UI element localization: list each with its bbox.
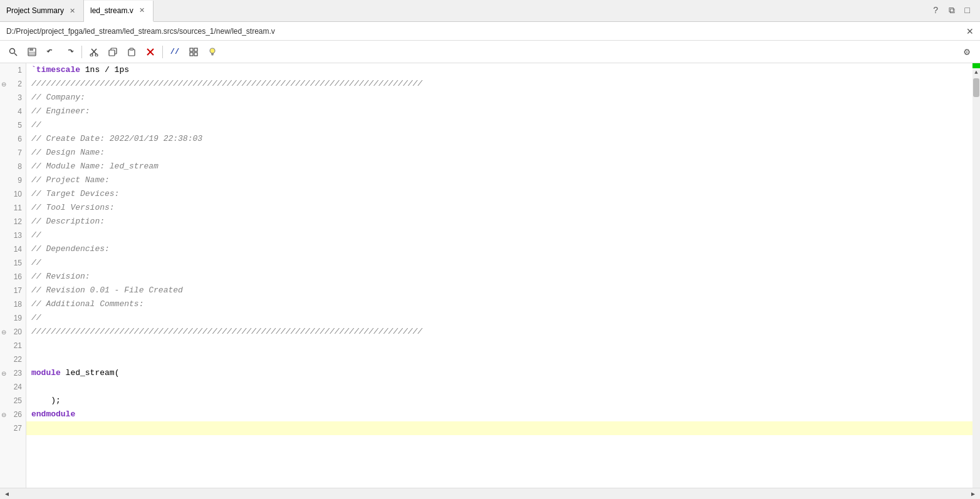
fold-icon-20[interactable]: ⊖ — [1, 329, 6, 336]
code-line-5[interactable]: // — [26, 118, 980, 132]
svg-rect-17 — [190, 53, 193, 56]
tab-project-summary[interactable]: Project Summary ✕ — [0, 0, 84, 21]
restore-icon[interactable]: ⧉ — [946, 4, 957, 17]
svg-point-19 — [210, 48, 215, 53]
filepath-text: D:/Project/project_fpga/led_stream/led_s… — [6, 27, 275, 36]
redo-icon — [65, 48, 74, 56]
hscroll-left-arrow[interactable]: ◀ — [3, 490, 11, 498]
undo-icon — [46, 48, 55, 56]
vscroll-green-indicator — [972, 63, 980, 68]
comment-button[interactable]: // — [167, 44, 183, 60]
cut-icon — [90, 48, 98, 56]
undo-button[interactable] — [43, 44, 59, 60]
maximize-icon[interactable]: □ — [962, 4, 972, 17]
code-line-15[interactable]: // — [26, 256, 980, 270]
code-line-23[interactable]: module led_stream( — [26, 366, 980, 380]
code-line-22[interactable] — [26, 352, 980, 366]
code-line-14[interactable]: // Dependencies: — [26, 242, 980, 256]
code-line-11[interactable]: // Tool Versions: — [26, 201, 980, 215]
save-button[interactable] — [24, 44, 40, 60]
code-line-21[interactable] — [26, 339, 980, 352]
svg-rect-4 — [29, 52, 35, 55]
code-line-12[interactable]: // Description: — [26, 215, 980, 229]
paste-icon — [127, 48, 136, 56]
filepath-close-icon[interactable]: ✕ — [966, 26, 974, 36]
svg-rect-12 — [130, 48, 133, 50]
delete-icon — [146, 48, 155, 56]
paste-button[interactable] — [123, 44, 140, 60]
line-num-13: 13 — [0, 229, 26, 242]
search-icon — [9, 48, 18, 56]
vscroll-up-arrow[interactable]: ▲ — [973, 68, 979, 77]
code-line-17[interactable]: // Revision 0.01 - File Created — [26, 284, 980, 297]
code-line-25[interactable]: ); — [26, 394, 980, 408]
vscroll-thumb[interactable] — [973, 78, 979, 97]
copy-icon — [108, 48, 117, 56]
editor-area: 1⊖2345678910111213141516171819⊖202122⊖23… — [0, 63, 980, 488]
line-num-2: ⊖2 — [0, 77, 26, 91]
code-line-19[interactable]: // — [26, 311, 980, 325]
line-num-20: ⊖20 — [0, 325, 26, 339]
line-num-22: 22 — [0, 352, 26, 366]
line-num-10: 10 — [0, 187, 26, 201]
code-line-9[interactable]: // Project Name: — [26, 173, 980, 187]
code-line-8[interactable]: // Module Name: led_stream — [26, 160, 980, 173]
svg-line-1 — [14, 53, 17, 56]
block-comment-button[interactable] — [185, 44, 202, 60]
filepath-bar: D:/Project/project_fpga/led_stream/led_s… — [0, 22, 980, 41]
line-num-8: 8 — [0, 160, 26, 173]
svg-rect-18 — [194, 53, 197, 56]
line-num-16: 16 — [0, 270, 26, 284]
line-num-23: ⊖23 — [0, 366, 26, 380]
svg-point-7 — [90, 54, 93, 56]
code-line-20[interactable]: ////////////////////////////////////////… — [26, 325, 980, 339]
code-line-4[interactable]: // Engineer: — [26, 105, 980, 118]
toolbar: // ⚙ — [0, 41, 980, 63]
hscroll-bar[interactable]: ◀ ▶ — [0, 488, 980, 499]
delete-button[interactable] — [142, 44, 159, 60]
code-line-27[interactable] — [26, 421, 980, 435]
code-line-26[interactable]: endmodule — [26, 408, 980, 421]
code-line-18[interactable]: // Additional Comments: — [26, 297, 980, 311]
hscroll-right-arrow[interactable]: ▶ — [969, 490, 977, 498]
search-button[interactable] — [5, 44, 21, 60]
line-num-14: 14 — [0, 242, 26, 256]
code-line-2[interactable]: ////////////////////////////////////////… — [26, 77, 980, 91]
code-line-3[interactable]: // Company: — [26, 91, 980, 105]
bulb-button[interactable] — [204, 44, 221, 60]
fold-icon-2[interactable]: ⊖ — [1, 81, 6, 88]
line-num-17: 17 — [0, 284, 26, 297]
svg-point-8 — [95, 54, 98, 56]
tab-led-stream[interactable]: led_stream.v ✕ — [84, 1, 154, 22]
redo-button[interactable] — [61, 44, 78, 60]
fold-icon-23[interactable]: ⊖ — [1, 370, 6, 377]
svg-rect-16 — [194, 48, 197, 51]
tab-bar: Project Summary ✕ led_stream.v ✕ ? ⧉ □ — [0, 0, 980, 22]
window-controls: ? ⧉ □ — [930, 4, 980, 17]
cut-button[interactable] — [86, 44, 102, 60]
code-line-24[interactable] — [26, 380, 980, 394]
code-line-6[interactable]: // Create Date: 2022/01/19 22:38:03 — [26, 132, 980, 146]
code-line-7[interactable]: // Design Name: — [26, 146, 980, 160]
copy-button[interactable] — [105, 44, 121, 60]
save-icon — [28, 48, 36, 56]
line-num-1: 1 — [0, 63, 26, 77]
line-num-18: 18 — [0, 297, 26, 311]
separator-1 — [81, 46, 82, 58]
code-content[interactable]: `timescale 1ns / 1ps////////////////////… — [26, 63, 980, 488]
gear-button[interactable]: ⚙ — [959, 44, 975, 60]
vscroll[interactable]: ▲ — [972, 63, 980, 488]
code-line-13[interactable]: // — [26, 229, 980, 242]
code-line-10[interactable]: // Target Devices: — [26, 187, 980, 201]
line-num-27: 27 — [0, 421, 26, 435]
code-line-16[interactable]: // Revision: — [26, 270, 980, 284]
svg-rect-3 — [29, 48, 33, 51]
line-num-7: 7 — [0, 146, 26, 160]
code-line-1[interactable]: `timescale 1ns / 1ps — [26, 63, 980, 77]
help-icon[interactable]: ? — [930, 4, 941, 17]
fold-icon-26[interactable]: ⊖ — [1, 411, 6, 418]
svg-rect-20 — [211, 53, 214, 54]
tab-close-project-summary[interactable]: ✕ — [68, 6, 77, 16]
tab-close-led-stream[interactable]: ✕ — [137, 6, 147, 15]
line-num-12: 12 — [0, 215, 26, 229]
